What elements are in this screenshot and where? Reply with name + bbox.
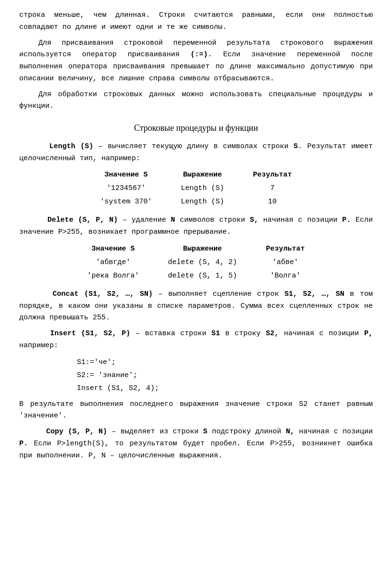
table1-row2-col3: 10 bbox=[239, 195, 306, 209]
table2-row1-col3: 'абве' bbox=[252, 256, 319, 269]
length-table: Значение S Выражение Результат '1234567'… bbox=[86, 168, 306, 209]
table1-row2-col2: Length (S) bbox=[167, 195, 239, 209]
table-row: 'абвгде' delete (S, 4, 2) 'абве' bbox=[73, 256, 319, 269]
table1-header-col1: Значение S bbox=[86, 168, 166, 182]
page-content: строка меньше, чем длинная. Строки счита… bbox=[19, 10, 373, 462]
code-line-2: S2:= 'знание'; bbox=[77, 369, 373, 382]
concat-def: Concat (S1, S2, …, SN) – выполняет сцепл… bbox=[19, 289, 373, 324]
table1-row2-col1: 'system 370' bbox=[86, 195, 166, 209]
delete-table: Значение S Выражение Результат 'абвгде' … bbox=[73, 242, 319, 283]
table-row: 'system 370' Length (S) 10 bbox=[86, 195, 306, 209]
table2-row1-col1: 'абвгде' bbox=[73, 256, 153, 269]
insert-def: Insert (S1, S2, P) – вставка строки S1 в… bbox=[19, 328, 373, 352]
section-title: Строковые процедуры и функции bbox=[19, 121, 373, 135]
table-row: '1234567' Length (S) 7 bbox=[86, 182, 306, 195]
copy-def: Copy (S, P, N) – выделяет из строки S по… bbox=[19, 426, 373, 462]
table2-row2-col3: 'Волга' bbox=[252, 269, 319, 283]
table2-header-col3: Результат bbox=[252, 242, 319, 256]
para-1: строка меньше, чем длинная. Строки счита… bbox=[19, 10, 373, 34]
table-row: 'река Волга' delete (S, 1, 5) 'Волга' bbox=[73, 269, 319, 283]
table1-row1-col1: '1234567' bbox=[86, 182, 166, 195]
code-block: S1:='че'; S2:= 'знание'; Insert (S1, S2,… bbox=[77, 356, 373, 395]
table2-row2-col1: 'река Волга' bbox=[73, 269, 153, 283]
table2-row2-col2: delete (S, 1, 5) bbox=[153, 269, 251, 283]
table1-row1-col2: Length (S) bbox=[167, 182, 239, 195]
table2-header-col2: Выражение bbox=[153, 242, 251, 256]
table1-header-col3: Результат bbox=[239, 168, 306, 182]
delete-def: Delete (S, P, N) – удаление N символов с… bbox=[19, 215, 373, 239]
table2-header-col1: Значение S bbox=[73, 242, 153, 256]
para-3: Для обработки строковых данных можно исп… bbox=[19, 89, 373, 113]
result-text: В результате выполнения последнего выраж… bbox=[19, 399, 373, 423]
table2-row1-col2: delete (S, 4, 2) bbox=[153, 256, 251, 269]
para-2: Для присваивания строковой переменной ре… bbox=[19, 38, 373, 85]
code-line-1: S1:='че'; bbox=[77, 356, 373, 369]
table1-header-col2: Выражение bbox=[167, 168, 239, 182]
code-line-3: Insert (S1, S2, 4); bbox=[77, 382, 373, 395]
length-def: Length (S) – вычисляет текущую длину в с… bbox=[19, 141, 373, 165]
table1-row1-col3: 7 bbox=[239, 182, 306, 195]
